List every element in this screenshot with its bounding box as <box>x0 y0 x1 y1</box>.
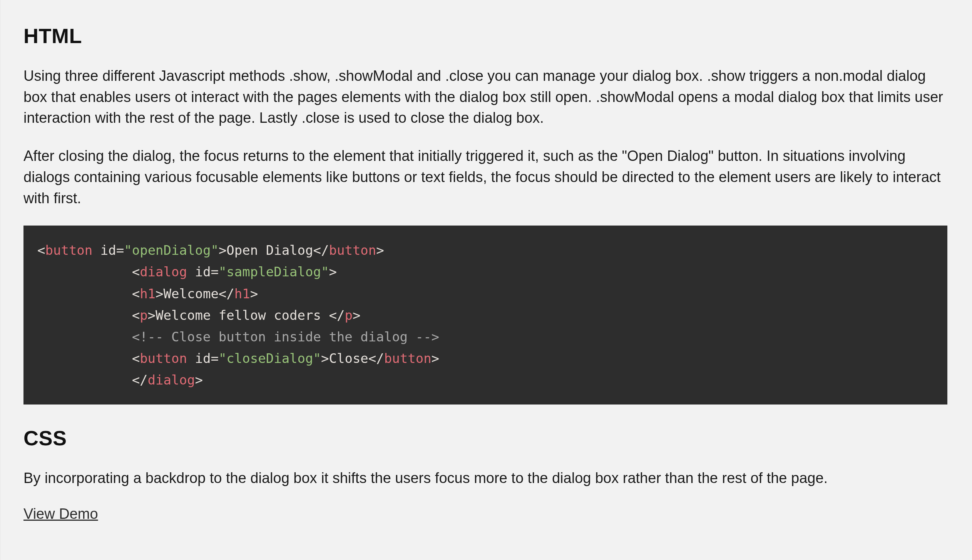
code-token: button <box>384 351 432 366</box>
code-token: "closeDialog" <box>219 351 321 366</box>
paragraph: Using three different Javascript methods… <box>23 65 947 129</box>
code-token: button <box>140 351 187 366</box>
code-token: dialog <box>140 264 187 279</box>
code-token: button <box>329 242 376 258</box>
code-block-html: <button id="openDialog">Open Dialog</but… <box>23 226 947 405</box>
section-heading-html: HTML <box>23 24 947 48</box>
code-token: h1 <box>140 286 156 301</box>
code-token: p <box>345 308 352 323</box>
code-token: p <box>140 308 147 323</box>
view-demo-link[interactable]: View Demo <box>23 506 98 522</box>
code-token: "sampleDialog" <box>219 264 329 279</box>
document-page: HTML Using three different Javascript me… <box>0 0 972 560</box>
code-comment: <!-- Close button inside the dialog --> <box>132 329 439 344</box>
paragraph: After closing the dialog, the focus retu… <box>23 145 947 209</box>
code-token: id <box>195 351 211 366</box>
code-token: Welcome fellow coders <box>156 308 329 323</box>
code-token: id <box>195 264 211 279</box>
code-token: "openDialog" <box>124 242 219 258</box>
code-token: id <box>100 242 116 258</box>
code-token: h1 <box>234 286 250 301</box>
code-token: button <box>45 242 92 258</box>
code-token: Open Dialog <box>226 242 313 258</box>
code-token: Welcome <box>164 286 219 301</box>
document-content: HTML Using three different Javascript me… <box>0 0 970 545</box>
paragraph: By incorporating a backdrop to the dialo… <box>23 468 947 489</box>
code-token: dialog <box>148 372 195 388</box>
code-token: Close <box>329 351 368 366</box>
section-heading-css: CSS <box>23 426 947 450</box>
